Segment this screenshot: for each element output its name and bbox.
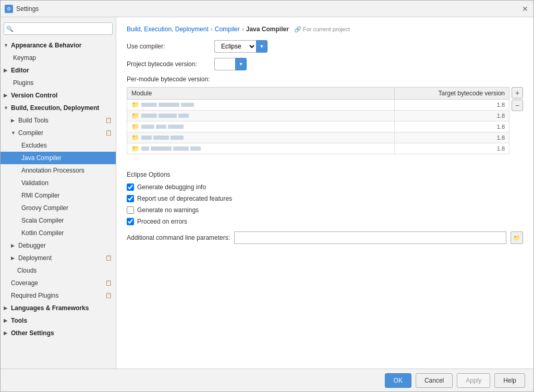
apply-button[interactable]: Apply [457,373,490,388]
sidebar-item-keymap[interactable]: Keymap [1,52,116,64]
expand-arrow: ▶ [11,253,16,263]
bytecode-version-dropdown-arrow[interactable]: ▼ [235,58,247,70]
sidebar-item-plugins[interactable]: Plugins [1,77,116,89]
settings-icon: 📋 [105,253,112,263]
expand-arrow: ▶ [4,91,9,100]
checkbox-debug-info: Generate debugging info [127,183,523,191]
ok-button[interactable]: OK [385,373,411,388]
use-compiler-label: Use compiler: [127,43,210,50]
settings-icon: 📋 [105,278,112,288]
sidebar-item-label: Version Control [11,91,57,100]
proceed-errors-checkbox[interactable] [127,218,134,225]
sidebar-item-validation[interactable]: Validation [1,177,116,189]
table-row[interactable]: 📁1.8 [127,132,509,143]
breadcrumb-compiler[interactable]: Compiler [215,26,240,33]
table-row[interactable]: 📁1.8 [127,121,509,132]
sidebar-item-annotation-processors[interactable]: Annotation Processors [1,164,116,177]
bytecode-version-select-wrapper: ▼ [214,58,247,70]
sidebar-item-label: Other Settings [11,328,54,338]
table-row[interactable]: 📁1.8 [127,111,509,121]
sidebar-item-coverage[interactable]: Coverage 📋 [1,277,116,289]
sidebar-item-rmi-compiler[interactable]: RMI Compiler [1,189,116,202]
close-button[interactable]: ✕ [521,5,529,13]
table-row[interactable]: 📁1.8 [127,100,509,111]
cmd-params-row: Additional command line parameters: 📁 [127,231,523,244]
cmd-params-input[interactable] [234,231,506,244]
sidebar-item-label: RMI Compiler [21,191,59,200]
breadcrumb-note: 🔗 For current project [294,26,350,33]
sidebar-item-label: Clouds [17,266,37,275]
breadcrumb: Build, Execution, Deployment › Compiler … [127,26,523,33]
sidebar-item-build-execution[interactable]: ▼ Build, Execution, Deployment [1,102,116,114]
sidebar-item-label: Editor [11,66,29,75]
sidebar-item-label: Kotlin Compiler [21,228,64,238]
sidebar-item-compiler[interactable]: ▼ Compiler 📋 [1,127,116,139]
use-compiler-select-wrapper: Eclipse Javac ▼ [214,40,268,53]
sidebar-item-label: Compiler [18,128,43,138]
sidebar-item-clouds[interactable]: Clouds [1,264,116,277]
deprecated-checkbox[interactable] [127,195,134,202]
sidebar-item-java-compiler[interactable]: Java Compiler [1,152,116,164]
sidebar-item-label: Build, Execution, Deployment [11,103,99,113]
table-buttons: + − [512,87,523,111]
breadcrumb-current: Java Compiler [246,26,289,33]
settings-icon: 📋 [105,116,112,125]
no-warnings-checkbox[interactable] [127,206,134,214]
sidebar-item-appearance-behavior[interactable]: ▼ Appearance & Behavior [1,39,116,52]
main-content: Build, Execution, Deployment › Compiler … [116,17,533,369]
search-input[interactable] [4,22,113,35]
use-compiler-dropdown-arrow[interactable]: ▼ [256,40,268,53]
sidebar-item-label: Build Tools [18,116,48,125]
sidebar-item-build-tools[interactable]: ▶ Build Tools 📋 [1,114,116,127]
settings-icon: 📋 [105,291,112,300]
use-compiler-row: Use compiler: Eclipse Javac ▼ [127,40,523,53]
expand-arrow: ▶ [4,66,9,75]
sidebar-item-kotlin-compiler[interactable]: Kotlin Compiler [1,227,116,239]
eclipse-options-section: Eclipse Options Generate debugging info … [127,171,523,244]
remove-module-button[interactable]: − [512,100,523,111]
sidebar-item-excludes[interactable]: Excludes [1,139,116,152]
checkbox-proceed-errors: Proceed on errors [127,218,523,225]
search-icon: 🔍 [6,26,14,32]
sidebar-item-label: Annotation Processors [21,166,84,175]
settings-icon: 📋 [105,128,112,138]
sidebar-item-label: Deployment [18,253,52,263]
cancel-button[interactable]: Cancel [416,373,453,388]
sidebar-item-tools[interactable]: ▶ Tools [1,314,116,327]
help-button[interactable]: Help [494,373,525,388]
sidebar-item-label: Scala Compiler [21,216,64,225]
sidebar-item-label: Validation [21,178,48,188]
debug-info-checkbox[interactable] [127,183,134,191]
sidebar-item-deployment[interactable]: ▶ Deployment 📋 [1,252,116,264]
cmd-params-browse-button[interactable]: 📁 [511,231,523,244]
eclipse-options-title: Eclipse Options [127,171,523,178]
content-area: 🔍 ▼ Appearance & Behavior Keymap ▶ Edito… [1,17,533,369]
sidebar-item-groovy-compiler[interactable]: Groovy Compiler [1,202,116,214]
sidebar-item-label: Groovy Compiler [21,203,68,213]
sidebar-item-label: Coverage [11,278,38,288]
sidebar-item-label: Appearance & Behavior [11,41,81,50]
expand-arrow: ▶ [4,328,9,338]
table-row[interactable]: 📁1.8 [127,143,509,154]
use-compiler-select[interactable]: Eclipse Javac [214,40,256,53]
app-icon: ⚙ [5,5,13,13]
sidebar-item-required-plugins[interactable]: Required Plugins 📋 [1,289,116,302]
expand-arrow: ▶ [11,116,16,125]
breadcrumb-build[interactable]: Build, Execution, Deployment [127,26,209,33]
sidebar-item-version-control[interactable]: ▶ Version Control [1,89,116,102]
deprecated-label: Report use of deprecated features [137,195,232,202]
sidebar-item-label: Excludes [21,141,47,150]
add-module-button[interactable]: + [512,87,523,99]
sidebar-item-label: Debugger [18,241,46,250]
checkbox-no-warnings: Generate no warnings [127,206,523,214]
per-module-label: Per-module bytecode version: [127,76,523,83]
sidebar-item-scala-compiler[interactable]: Scala Compiler [1,214,116,227]
expand-arrow: ▼ [4,41,9,50]
sidebar-item-debugger[interactable]: ▶ Debugger [1,239,116,252]
expand-arrow: ▶ [4,316,9,325]
sidebar-item-label: Required Plugins [11,291,58,300]
sidebar-item-languages-frameworks[interactable]: ▶ Languages & Frameworks [1,302,116,314]
sidebar-item-other-settings[interactable]: ▶ Other Settings [1,327,116,339]
proceed-errors-label: Proceed on errors [137,218,187,225]
sidebar-item-editor[interactable]: ▶ Editor [1,64,116,77]
